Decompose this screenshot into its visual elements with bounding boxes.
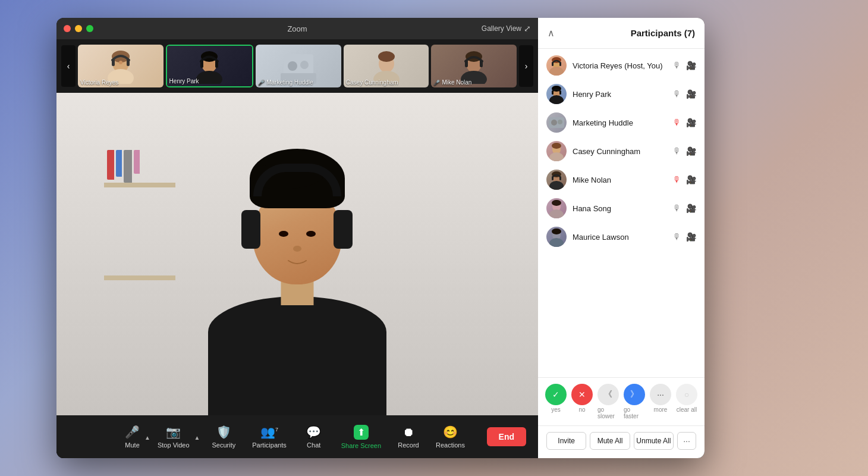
camera-icon: 📷 xyxy=(166,425,181,439)
strip-nav-left[interactable]: ‹ xyxy=(61,45,76,87)
reaction-no[interactable]: ✕ no xyxy=(571,384,593,419)
participants-panel: ∧ Participants (7) Victoria Reyes (Host,… xyxy=(538,18,705,458)
participants-count: 7 xyxy=(275,427,278,433)
reaction-faster[interactable]: 》 go faster xyxy=(624,384,645,419)
svg-point-7 xyxy=(196,71,222,84)
participant-item-casey[interactable]: Casey Cunningham 🎙 🎥 xyxy=(538,137,705,165)
maximize-button[interactable] xyxy=(86,25,93,32)
participant-name-casey: Casey Cunningham xyxy=(573,147,667,156)
svg-point-24 xyxy=(306,231,316,237)
mute-caret[interactable]: ▲ xyxy=(143,434,154,440)
participant-item-maurice[interactable]: Maurice Lawson 🎙 🎥 xyxy=(538,223,705,251)
toolbar: 🎤 Mute ▲ 📷 Stop Video xyxy=(56,415,538,458)
record-button[interactable]: ⏺ Record xyxy=(389,425,427,449)
reaction-slower-label: go slower xyxy=(597,406,619,419)
thumb-label-henry: Henry Park xyxy=(169,78,199,84)
reactions-label: Reactions xyxy=(436,441,465,449)
main-content: ‹ xyxy=(56,39,538,458)
reactions-button[interactable]: 😊 Reactions xyxy=(427,425,473,449)
reaction-yes-label: yes xyxy=(551,406,561,413)
participant-controls-hana: 🎙 🎥 xyxy=(673,203,696,213)
participant-item-marketing[interactable]: Marketing Huddle 🎙 🎥 xyxy=(538,108,705,137)
share-screen-button[interactable]: ⬆ Share Screen xyxy=(333,425,389,449)
record-label: Record xyxy=(398,441,419,449)
participant-name-henry: Henry Park xyxy=(573,90,667,99)
cam-ctrl-casey: 🎥 xyxy=(686,146,696,156)
avatar-hana xyxy=(546,198,567,218)
window-title: Zoom xyxy=(287,24,307,33)
cam-ctrl-nolan: 🎥 xyxy=(686,175,696,184)
traffic-lights xyxy=(64,25,93,32)
stop-video-button[interactable]: 📷 Stop Video xyxy=(154,425,193,449)
mute-button[interactable]: 🎤 Mute xyxy=(121,425,143,449)
reaction-clear-label: clear all xyxy=(677,406,697,413)
avatar-nolan xyxy=(546,170,567,190)
mic-ctrl-maurice: 🎙 xyxy=(673,232,681,242)
gallery-view-label: Gallery View xyxy=(482,24,521,33)
panel-reactions: ✓ yes ✕ no 《 go slower 》 go faster ··· m… xyxy=(538,377,705,425)
security-label: Security xyxy=(212,441,236,449)
caret-up-icon: ▲ xyxy=(144,434,150,441)
svg-point-45 xyxy=(549,181,564,190)
thumbnail-henry[interactable]: Henry Park xyxy=(166,45,254,87)
participant-name-nolan: Mike Nolan xyxy=(573,176,667,184)
participants-button[interactable]: 👥7 Participants xyxy=(244,425,294,449)
reaction-clear[interactable]: ○ clear all xyxy=(676,384,697,419)
invite-button[interactable]: Invite xyxy=(546,432,586,450)
reaction-no-icon: ✕ xyxy=(571,384,593,405)
participant-name-victoria: Victoria Reyes (Host, You) xyxy=(573,61,667,70)
thumbnail-nolan[interactable]: 🎤 Mike Nolan xyxy=(431,45,517,87)
participant-item-victoria[interactable]: Victoria Reyes (Host, You) 🎙 🎥 xyxy=(538,51,705,80)
close-button[interactable] xyxy=(64,25,71,32)
reaction-slower[interactable]: 《 go slower xyxy=(597,384,619,419)
mic-ctrl-hana: 🎙 xyxy=(673,203,681,213)
gallery-view-button[interactable]: Gallery View ⤢ xyxy=(482,24,531,33)
avatar-maurice xyxy=(546,227,567,247)
strip-nav-right[interactable]: › xyxy=(519,45,533,87)
mute-all-button[interactable]: Mute All xyxy=(590,432,630,450)
thumbnail-marketing[interactable]: 🎤 Marketing Huddle xyxy=(256,45,341,87)
reaction-clear-icon: ○ xyxy=(676,384,697,405)
participants-list: Victoria Reyes (Host, You) 🎙 🎥 xyxy=(538,49,705,377)
video-caret[interactable]: ▲ xyxy=(193,434,204,440)
unmute-all-button[interactable]: Unmute All xyxy=(634,432,674,450)
panel-collapse-button[interactable]: ∧ xyxy=(548,27,555,39)
reactions-icon: 😊 xyxy=(443,425,458,439)
more-actions-button[interactable]: ··· xyxy=(677,432,696,450)
main-video xyxy=(56,93,538,415)
thumb-muted-icon-nolan: 🎤 xyxy=(433,80,440,86)
participant-name-hana: Hana Song xyxy=(573,204,667,213)
security-button[interactable]: 🛡️ Security xyxy=(204,425,244,449)
end-button[interactable]: End xyxy=(487,427,526,446)
svg-point-53 xyxy=(549,238,564,247)
chat-icon: 💬 xyxy=(306,425,321,439)
thumbnail-victoria[interactable]: Victoria Reyes xyxy=(78,45,163,87)
panel-actions: Invite Mute All Unmute All ··· xyxy=(538,425,705,458)
reaction-yes[interactable]: ✓ yes xyxy=(545,384,567,419)
mic-ctrl-henry: 🎙 xyxy=(673,89,681,99)
mic-ctrl-victoria: 🎙 xyxy=(673,61,681,70)
participant-item-henry[interactable]: Henry Park 🎙 🎥 xyxy=(538,80,705,108)
svg-point-43 xyxy=(552,143,561,149)
title-bar: Zoom Gallery View ⤢ xyxy=(56,18,538,39)
minimize-button[interactable] xyxy=(75,25,82,32)
reaction-no-label: no xyxy=(578,406,585,413)
reaction-faster-label: go faster xyxy=(624,406,645,419)
participant-item-hana[interactable]: Hana Song 🎙 🎥 xyxy=(538,194,705,223)
mic-ctrl-nolan: 🎙 xyxy=(673,175,681,184)
svg-point-40 xyxy=(558,120,562,124)
cam-ctrl-marketing: 🎥 xyxy=(686,118,696,127)
app-window: Zoom Gallery View ⤢ ‹ xyxy=(56,18,705,458)
thumbnail-casey[interactable]: Casey Cunningham xyxy=(344,45,429,87)
share-screen-icon: ⬆ xyxy=(354,425,369,440)
participant-controls-henry: 🎙 🎥 xyxy=(673,89,696,99)
chat-button[interactable]: 💬 Chat xyxy=(295,425,333,449)
reaction-slower-icon: 《 xyxy=(597,384,619,405)
svg-point-39 xyxy=(551,120,557,126)
mute-label: Mute xyxy=(125,441,139,449)
mute-group: 🎤 Mute ▲ xyxy=(121,425,154,449)
svg-point-34 xyxy=(549,95,564,104)
participant-item-nolan[interactable]: Mike Nolan 🎙 🎥 xyxy=(538,165,705,194)
cam-ctrl-hana: 🎥 xyxy=(686,203,696,213)
reaction-more[interactable]: ··· more xyxy=(650,384,671,419)
